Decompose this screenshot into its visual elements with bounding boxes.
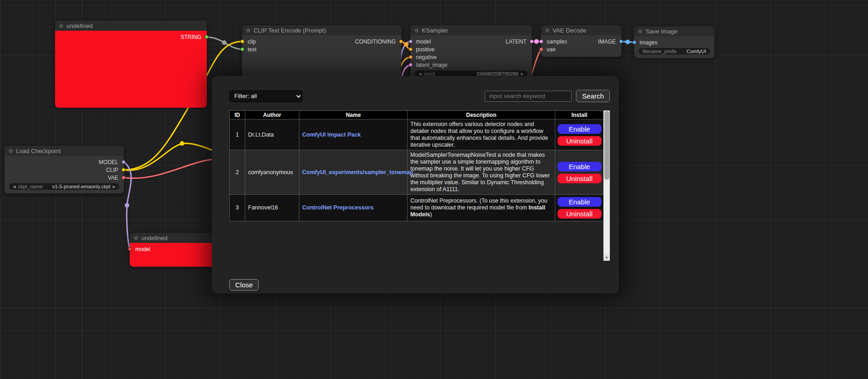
node-collapse-dot[interactable]: [59, 24, 63, 28]
header-description: Description: [408, 111, 555, 120]
string-output-socket[interactable]: [205, 35, 209, 39]
cell-description: ModelSamplerTonemapNoiseTest a node that…: [408, 150, 555, 195]
seed-increment-arrow-icon[interactable]: ▶: [521, 72, 524, 76]
ckpt-next-arrow-icon[interactable]: ▶: [113, 185, 116, 189]
node-title-bar[interactable]: VAE Decode: [541, 25, 621, 35]
positive-input-socket[interactable]: [409, 47, 413, 51]
text-input-socket[interactable]: [240, 47, 244, 51]
output-label-vae: VAE: [108, 175, 118, 181]
extension-link[interactable]: ComfyUI_experiments/sampler_tonemap: [302, 169, 413, 176]
node-collapse-dot[interactable]: [134, 236, 138, 240]
seed-decrement-arrow-icon[interactable]: ◀: [419, 72, 421, 76]
node-ksampler[interactable]: KSampler model LATENT positive negative …: [410, 25, 532, 78]
header-id: ID: [230, 111, 245, 120]
output-label-clip: CLIP: [106, 167, 118, 173]
node-collapse-dot[interactable]: [415, 28, 419, 33]
close-button[interactable]: Close: [229, 279, 259, 291]
table-row: 1 Dr.Lt.Data ComfyUI Impact Pack This ex…: [230, 120, 604, 150]
node-title-bar[interactable]: undefined: [55, 21, 207, 31]
cell-id: 2: [230, 150, 245, 195]
extension-link[interactable]: ControlNet Preprocessors: [302, 204, 374, 211]
image-output-socket[interactable]: [619, 39, 623, 44]
extension-manager-dialog: Filter: all Search ID Author Name Descri…: [212, 76, 619, 293]
cell-description: ControlNet Preprocessors. (To use this e…: [408, 195, 555, 221]
conditioning-output-socket[interactable]: [399, 39, 403, 44]
node-title-bar[interactable]: Load Checkpoint: [5, 146, 124, 156]
clip-input-socket[interactable]: [240, 39, 244, 44]
output-label-string: STRING: [181, 34, 201, 40]
canvas-grid-line-horizontal: [0, 308, 868, 308]
vae-output-socket[interactable]: [122, 176, 126, 180]
node-title-bar[interactable]: KSampler: [410, 25, 532, 35]
node-collapse-dot[interactable]: [9, 149, 13, 153]
model-output-socket[interactable]: [122, 160, 126, 164]
node-title: undefined: [141, 235, 167, 242]
cell-description: This extension offers various detector n…: [408, 120, 555, 150]
scrollbar-thumb[interactable]: [604, 111, 609, 180]
latent-output-socket[interactable]: [530, 39, 534, 44]
node-save-image[interactable]: Save Image images filename_prefix ComfyU…: [634, 26, 714, 58]
filename-prefix-value[interactable]: ComfyUI: [686, 49, 706, 54]
filter-select[interactable]: Filter: all: [229, 90, 303, 102]
node-title-bar[interactable]: undefined: [130, 233, 221, 243]
header-author: Author: [245, 111, 299, 120]
node-undefined-top[interactable]: undefined STRING: [55, 21, 207, 108]
input-label-model: model: [135, 246, 150, 253]
node-title-bar[interactable]: Save Image: [634, 26, 714, 36]
latent-image-input-socket[interactable]: [409, 63, 413, 67]
input-label-text: text: [248, 46, 256, 53]
samples-input-socket[interactable]: [539, 39, 543, 44]
node-vae-decode[interactable]: VAE Decode samples IMAGE vae: [541, 25, 621, 57]
cell-id: 1: [230, 120, 245, 150]
model-input-socket[interactable]: [128, 247, 132, 251]
enable-button[interactable]: Enable: [558, 197, 602, 207]
ckpt-prev-arrow-icon[interactable]: ◀: [13, 185, 16, 189]
input-label-samples: samples: [547, 38, 567, 45]
uninstall-button[interactable]: Uninstall: [558, 136, 602, 146]
input-label-negative: negative: [416, 54, 437, 60]
ckpt-name-widget[interactable]: ◀ ckpt_name v1-5-pruned-emaonly.ckpt ▶: [9, 183, 119, 190]
search-button[interactable]: Search: [576, 90, 610, 102]
input-label-positive: positive: [416, 46, 435, 53]
node-title: Load Checkpoint: [16, 148, 61, 154]
model-input-socket[interactable]: [409, 39, 413, 44]
node-title: VAE Decode: [553, 27, 586, 34]
node-title: KSampler: [422, 27, 448, 34]
input-label-latent-image: latent_image: [416, 62, 448, 68]
node-title: undefined: [66, 22, 93, 29]
header-install: Install: [555, 111, 604, 120]
cell-author: comfyanonymous: [245, 150, 299, 195]
input-label-model: model: [416, 38, 431, 45]
images-input-socket[interactable]: [632, 40, 636, 44]
uninstall-button[interactable]: Uninstall: [558, 209, 602, 219]
negative-input-socket[interactable]: [409, 55, 413, 59]
clip-output-socket[interactable]: [122, 168, 126, 172]
vae-input-socket[interactable]: [539, 47, 543, 51]
input-label-vae: vae: [547, 46, 555, 53]
filename-prefix-label: filename_prefix: [642, 49, 677, 54]
output-label-model: MODEL: [99, 159, 118, 165]
uninstall-button[interactable]: Uninstall: [558, 174, 602, 183]
scrollbar-down-arrow-icon[interactable]: ▼: [603, 254, 610, 261]
scrollbar-track[interactable]: ▼: [603, 110, 610, 261]
node-undefined-bottom[interactable]: undefined model: [130, 233, 221, 267]
table-row: 3 Fannovel16 ControlNet Preprocessors Co…: [230, 195, 604, 221]
node-title-bar[interactable]: CLIP Text Encode (Prompt): [242, 25, 401, 35]
node-collapse-dot[interactable]: [545, 28, 549, 33]
node-collapse-dot[interactable]: [246, 28, 250, 33]
header-name: Name: [299, 111, 408, 120]
output-label-latent: LATENT: [506, 38, 526, 45]
search-input[interactable]: [485, 91, 572, 102]
output-label-image: IMAGE: [598, 38, 616, 45]
table-header-row: ID Author Name Description Install: [230, 111, 604, 120]
enable-button[interactable]: Enable: [558, 124, 602, 134]
ckpt-widget-label: ckpt_name: [18, 184, 43, 189]
enable-button[interactable]: Enable: [558, 162, 602, 171]
table-row: 2 comfyanonymous ComfyUI_experiments/sam…: [230, 150, 604, 195]
ckpt-widget-value[interactable]: v1-5-pruned-emaonly.ckpt: [52, 184, 111, 189]
node-load-checkpoint[interactable]: Load Checkpoint MODEL CLIP VAE ◀ ckpt_na…: [5, 146, 124, 193]
filename-prefix-widget[interactable]: filename_prefix ComfyUI: [639, 48, 710, 55]
input-label-clip: clip: [248, 38, 256, 45]
node-collapse-dot[interactable]: [638, 29, 642, 33]
extension-link[interactable]: ComfyUI Impact Pack: [302, 132, 361, 138]
